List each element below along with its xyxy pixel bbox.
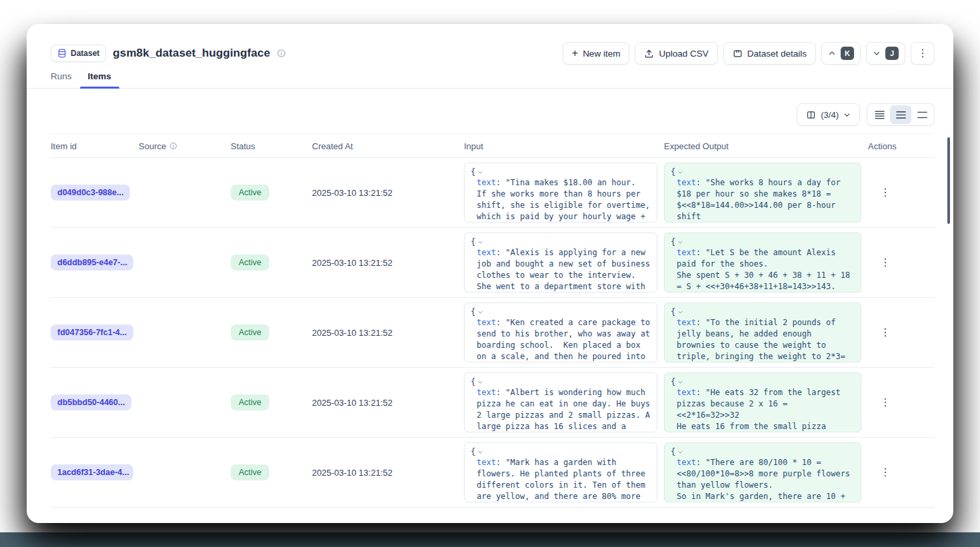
- table-row: d049d0c3-988e... Active 2025-03-10 13:21…: [51, 158, 935, 228]
- columns-count-label: (3/4): [821, 110, 839, 120]
- upload-icon: [644, 49, 654, 59]
- input-json-cell[interactable]: { text: "Mark has a garden with flowers.…: [464, 442, 657, 502]
- brace-open: {: [471, 446, 475, 458]
- table-header-row: Item id Source Status Created At Input E…: [51, 134, 935, 158]
- json-key: text: [477, 458, 496, 467]
- status-badge: Active: [231, 255, 269, 271]
- dataset-details-button[interactable]: Dataset details: [723, 42, 816, 65]
- collapse-chevron-icon[interactable]: [477, 449, 483, 455]
- expected-output-json-cell[interactable]: { text: "To the initial 2 pounds of jell…: [664, 302, 861, 362]
- header-more-menu-button[interactable]: ⋮: [911, 42, 935, 65]
- new-item-button[interactable]: + New item: [563, 42, 630, 65]
- col-header-expected-output[interactable]: Expected Output: [664, 141, 864, 151]
- input-json-cell[interactable]: { text: "Tina makes $18.00 an hour. If s…: [464, 163, 657, 223]
- json-key: text: [477, 248, 496, 257]
- collapse-chevron-icon[interactable]: [477, 239, 483, 245]
- col-header-source[interactable]: Source: [139, 141, 231, 151]
- desktop-bottom-strip: [0, 532, 980, 547]
- item-id-pill[interactable]: d6ddb895-e4e7-...: [51, 255, 133, 271]
- brace-open: {: [471, 306, 475, 318]
- columns-visibility-button[interactable]: (3/4): [797, 103, 860, 126]
- title-group: Dataset gsm8k_dataset_huggingface: [51, 45, 286, 62]
- info-icon[interactable]: [277, 49, 286, 58]
- json-key: text: [677, 388, 696, 397]
- item-id-pill[interactable]: 1acd6f31-3dae-4...: [51, 464, 133, 480]
- status-badge: Active: [231, 394, 269, 410]
- collapse-chevron-icon[interactable]: [477, 309, 483, 315]
- vertical-scrollbar-thumb[interactable]: [947, 137, 950, 224]
- col-header-actions: Actions: [864, 141, 935, 151]
- items-table: Item id Source Status Created At Input E…: [51, 134, 935, 508]
- collapse-chevron-icon[interactable]: [477, 169, 483, 175]
- row-height-large-button[interactable]: [911, 105, 933, 124]
- new-item-label: New item: [583, 49, 620, 59]
- json-key: text: [677, 458, 696, 467]
- json-key: text: [477, 178, 496, 187]
- brace-open: {: [671, 306, 675, 318]
- row-height-medium-icon: [896, 111, 906, 119]
- item-id-pill[interactable]: d049d0c3-988e...: [51, 185, 130, 201]
- info-icon: [169, 142, 177, 150]
- tab-runs[interactable]: Runs: [43, 71, 80, 88]
- brace-open: {: [471, 167, 475, 178]
- json-key: text: [477, 318, 496, 327]
- status-badge: Active: [231, 324, 269, 340]
- chevron-down-icon: [843, 111, 851, 119]
- table-row: db5bbd50-4460... Active 2025-03-10 13:21…: [51, 368, 935, 438]
- row-actions-menu-button[interactable]: ⋮: [875, 464, 896, 480]
- input-json-cell[interactable]: { text: "Alexis is applying for a new jo…: [464, 233, 657, 292]
- table-row: fd047356-7fc1-4... Active 2025-03-10 13:…: [51, 298, 935, 368]
- plus-icon: +: [572, 48, 578, 59]
- kebab-icon: ⋮: [880, 466, 891, 478]
- expected-output-json-cell[interactable]: { text: "There are 80/100 * 10 = <<80/10…: [664, 442, 861, 502]
- input-json-cell[interactable]: { text: "Ken created a care package to s…: [464, 302, 657, 362]
- brace-open: {: [671, 237, 675, 248]
- row-height-small-button[interactable]: [869, 105, 890, 124]
- collapse-chevron-icon[interactable]: [677, 449, 683, 455]
- collapse-user-k-button[interactable]: K: [821, 42, 861, 65]
- row-height-medium-button[interactable]: [890, 105, 911, 124]
- collapse-chevron-icon[interactable]: [677, 309, 683, 315]
- row-actions-menu-button[interactable]: ⋮: [875, 185, 896, 201]
- row-actions-menu-button[interactable]: ⋮: [875, 324, 896, 340]
- kebab-icon: ⋮: [880, 396, 891, 408]
- table-row: 1acd6f31-3dae-4... Active 2025-03-10 13:…: [51, 438, 935, 508]
- collapse-chevron-icon[interactable]: [677, 379, 683, 385]
- badge-label: Dataset: [71, 49, 99, 58]
- expected-output-json-cell[interactable]: { text: "Let S be the amount Alexis paid…: [664, 233, 861, 292]
- collapse-chevron-icon[interactable]: [677, 239, 683, 245]
- avatar-k: K: [841, 47, 854, 60]
- row-actions-menu-button[interactable]: ⋮: [875, 394, 896, 410]
- json-key: text: [677, 318, 696, 327]
- kebab-icon: ⋮: [880, 187, 891, 198]
- collapse-chevron-icon[interactable]: [677, 169, 683, 175]
- col-header-item-id[interactable]: Item id: [51, 141, 139, 151]
- chevron-down-icon: [873, 49, 881, 57]
- collapse-chevron-icon[interactable]: [477, 379, 483, 385]
- table-toolbar: (3/4): [27, 89, 953, 134]
- item-id-pill[interactable]: db5bbd50-4460...: [51, 394, 131, 410]
- tab-items[interactable]: Items: [80, 71, 119, 88]
- kebab-icon: ⋮: [880, 326, 891, 338]
- columns-icon: [806, 110, 816, 120]
- row-actions-menu-button[interactable]: ⋮: [875, 255, 896, 271]
- expected-output-json-cell[interactable]: { text: "She works 8 hours a day for $18…: [664, 163, 861, 223]
- col-header-input[interactable]: Input: [464, 141, 664, 151]
- col-header-status[interactable]: Status: [231, 141, 312, 151]
- created-at: 2025-03-10 13:21:52: [312, 328, 464, 338]
- row-height-large-icon: [917, 111, 927, 119]
- kebab-icon: ⋮: [880, 257, 891, 268]
- upload-csv-button[interactable]: Upload CSV: [635, 42, 717, 65]
- item-id-pill[interactable]: fd047356-7fc1-4...: [51, 324, 133, 340]
- expected-output-json-cell[interactable]: { text: "He eats 32 from the largest piz…: [664, 372, 861, 432]
- tabs: Runs Items: [27, 71, 953, 89]
- col-header-created-at[interactable]: Created At: [312, 141, 464, 151]
- input-json-cell[interactable]: { text: "Albert is wondering how much pi…: [464, 372, 657, 432]
- expand-user-j-button[interactable]: J: [866, 42, 905, 65]
- brace-open: {: [471, 237, 475, 248]
- dataset-details-label: Dataset details: [747, 49, 807, 59]
- app-window: Dataset gsm8k_dataset_huggingface + New …: [27, 24, 953, 523]
- table-row: d6ddb895-e4e7-... Active 2025-03-10 13:2…: [51, 228, 935, 298]
- brace-open: {: [671, 376, 675, 388]
- database-icon: [57, 49, 67, 58]
